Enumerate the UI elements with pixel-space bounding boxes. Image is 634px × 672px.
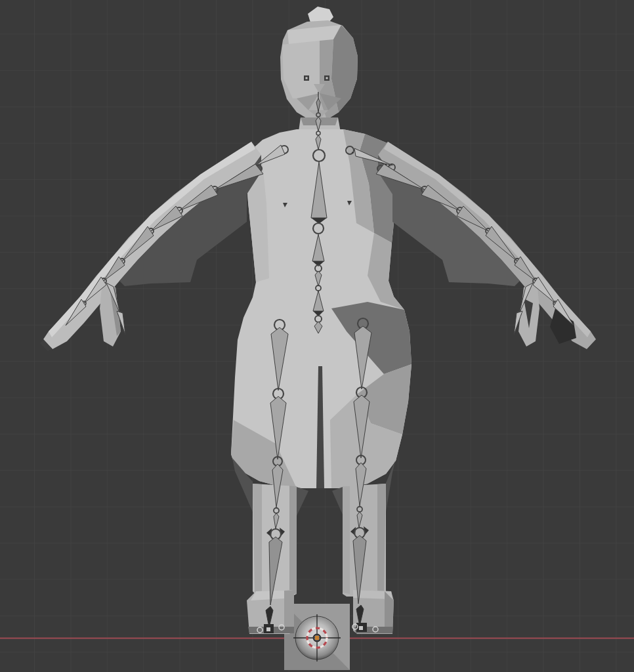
cursor-center-dot: [315, 636, 319, 640]
mesh-facet: [266, 627, 270, 631]
mesh-facet: [343, 486, 350, 594]
viewport-3d[interactable]: [0, 0, 634, 672]
eye-left-highlight: [306, 77, 308, 79]
eye-right-highlight: [326, 77, 328, 79]
mesh-facet: [359, 626, 363, 630]
viewport-canvas[interactable]: [0, 0, 634, 672]
mesh-facet: [284, 590, 294, 633]
mesh-facet: [289, 486, 297, 594]
